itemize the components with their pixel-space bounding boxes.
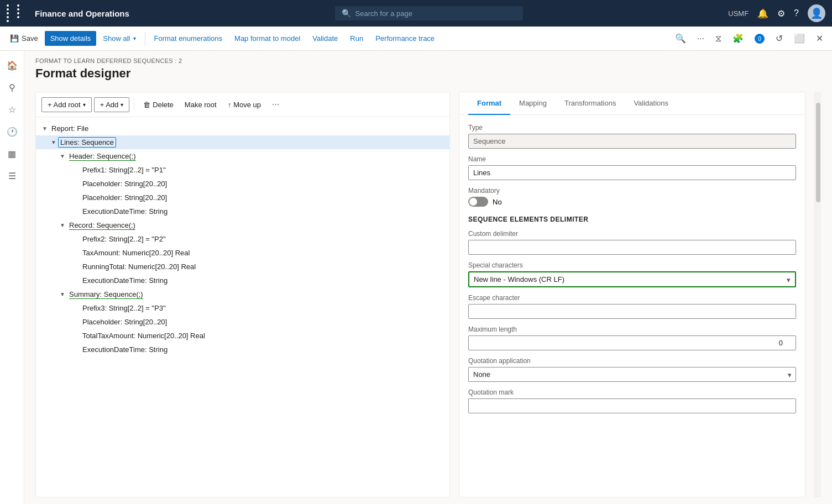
- tab-transformations[interactable]: Transformations: [556, 92, 625, 115]
- special-characters-label: Special characters: [468, 261, 796, 269]
- sidebar-list-icon[interactable]: ☰: [2, 166, 22, 186]
- toggle-knob: [469, 198, 477, 206]
- mandatory-toggle[interactable]: [468, 197, 488, 207]
- sidebar-home-icon[interactable]: 🏠: [2, 55, 22, 75]
- tree-item-summary[interactable]: ▼ Summary: Sequence(;): [36, 287, 449, 301]
- add-root-chevron-icon: ▾: [83, 102, 86, 108]
- search-input[interactable]: [355, 9, 516, 18]
- tree-toggle-record[interactable]: ▼: [58, 222, 67, 228]
- more-toolbar-btn[interactable]: ···: [693, 32, 709, 46]
- tree-item-report[interactable]: ▼ Report: File: [36, 122, 449, 135]
- section-delimiter-header: SEQUENCE ELEMENTS DELIMITER: [468, 216, 796, 223]
- type-label: Type: [468, 124, 796, 132]
- right-scrollbar[interactable]: [814, 92, 821, 497]
- show-details-button[interactable]: Show details: [45, 31, 97, 46]
- quotation-app-label: Quotation application: [468, 357, 796, 365]
- toolbar: 💾 Save Show details Show all ▾ Format en…: [0, 27, 832, 51]
- run-button[interactable]: Run: [344, 31, 369, 46]
- add-chevron-icon: ▾: [121, 102, 123, 108]
- tree-item-runningtotal[interactable]: ▶ RunningTotal: Numeric[20..20] Real: [36, 260, 449, 274]
- tree-item-execdt1[interactable]: ▶ ExecutionDateTime: String: [36, 204, 449, 218]
- help-icon[interactable]: ?: [794, 8, 799, 18]
- content-area: FORMAT TO LEARN DEFERRED SEQUENCES : 2 F…: [24, 51, 832, 504]
- tree-item-prefix3[interactable]: ▶ Prefix3: String[2..2] = "P3": [36, 301, 449, 315]
- mandatory-value: No: [493, 198, 502, 206]
- search-toolbar-icon[interactable]: 🔍: [671, 31, 690, 46]
- escape-char-input[interactable]: [468, 304, 796, 319]
- app-grid-icon[interactable]: [7, 4, 26, 22]
- format-enumerations-button[interactable]: Format enumerations: [149, 31, 228, 46]
- tree-item-totaltax[interactable]: ▶ TotalTaxAmount: Numeric[20..20] Real: [36, 329, 449, 343]
- tree-toolbar: + Add root ▾ + Add ▾ 🗑 Delete Make root: [36, 92, 449, 117]
- property-content: Type Name Mandatory No SEQUENCE ELEME: [459, 115, 805, 497]
- sidebar-star-icon[interactable]: ☆: [2, 99, 22, 119]
- special-characters-wrapper: New line - Windows (CR LF) New line - Un…: [468, 271, 796, 287]
- delete-icon: 🗑: [143, 101, 150, 109]
- breadcrumb: FORMAT TO LEARN DEFERRED SEQUENCES : 2: [35, 57, 821, 64]
- tree-toggle-header[interactable]: ▼: [58, 153, 67, 159]
- tree-item-placeholder2[interactable]: ▶ Placeholder: String[20..20]: [36, 191, 449, 204]
- quotation-app-select[interactable]: None Always When required: [468, 367, 796, 382]
- type-input[interactable]: [468, 134, 796, 149]
- quotation-mark-input[interactable]: [468, 398, 796, 413]
- tree-toggle-summary[interactable]: ▼: [58, 291, 67, 297]
- map-format-to-model-button[interactable]: Map format to model: [229, 31, 306, 46]
- tree-item-prefix1[interactable]: ▶ Prefix1: String[2..2] = "P1": [36, 163, 449, 177]
- add-root-button[interactable]: + Add root ▾: [41, 97, 92, 112]
- tree-toggle-lines[interactable]: ▼: [49, 139, 58, 145]
- max-length-input[interactable]: [468, 335, 796, 350]
- tree-item-placeholder3[interactable]: ▶ Placeholder: String[20..20]: [36, 315, 449, 329]
- show-all-chevron-icon: ▾: [133, 35, 136, 41]
- connect-icon[interactable]: ⧖: [711, 32, 726, 46]
- notification-icon[interactable]: 🔔: [757, 8, 768, 19]
- mandatory-toggle-row: No: [468, 197, 796, 207]
- custom-delimiter-input[interactable]: [468, 240, 796, 255]
- plugin-icon[interactable]: 🧩: [728, 31, 748, 46]
- name-input[interactable]: [468, 165, 796, 180]
- tree-panel: + Add root ▾ + Add ▾ 🗑 Delete Make root: [35, 92, 450, 497]
- tab-format[interactable]: Format: [468, 92, 510, 115]
- tab-mapping[interactable]: Mapping: [510, 92, 556, 115]
- delete-button[interactable]: 🗑 Delete: [139, 98, 178, 112]
- tree-toggle-report[interactable]: ▼: [40, 125, 49, 132]
- tree-content: ▼ Report: File ▼ Lines: Sequence ▼ Heade…: [36, 117, 449, 497]
- sidebar-filter-icon[interactable]: ⚲: [2, 77, 22, 97]
- tree-item-prefix2[interactable]: ▶ Prefix2: String[2..2] = "P2": [36, 232, 449, 246]
- tab-validations[interactable]: Validations: [625, 92, 677, 115]
- settings-icon[interactable]: ⚙: [777, 8, 785, 19]
- user-avatar[interactable]: 👤: [808, 4, 825, 22]
- validate-button[interactable]: Validate: [307, 31, 343, 46]
- close-icon[interactable]: ✕: [812, 31, 828, 46]
- add-button[interactable]: + Add ▾: [94, 97, 130, 112]
- property-tabs: Format Mapping Transformations Validatio…: [459, 92, 805, 115]
- tree-item-placeholder1[interactable]: ▶ Placeholder: String[20..20]: [36, 177, 449, 191]
- global-search[interactable]: 🔍: [335, 6, 523, 20]
- tree-item-record[interactable]: ▼ Record: Sequence(;): [36, 218, 449, 232]
- performance-trace-button[interactable]: Performance trace: [370, 31, 440, 46]
- show-all-button[interactable]: Show all ▾: [97, 31, 141, 46]
- save-button[interactable]: 💾 Save: [4, 31, 44, 46]
- name-label: Name: [468, 155, 796, 163]
- page-title: Format designer: [35, 66, 821, 81]
- escape-char-label: Escape character: [468, 294, 796, 302]
- app-title: Finance and Operations: [35, 9, 129, 18]
- top-nav: Finance and Operations 🔍 USMF 🔔 ⚙ ? 👤: [0, 0, 832, 27]
- tree-item-lines[interactable]: ▼ Lines: Sequence: [36, 135, 449, 149]
- tree-item-header[interactable]: ▼ Header: Sequence(;): [36, 149, 449, 163]
- sidebar-grid-icon[interactable]: ▦: [2, 144, 22, 164]
- sidebar-clock-icon[interactable]: 🕐: [2, 122, 22, 141]
- custom-delimiter-label: Custom delimiter: [468, 230, 796, 238]
- quotation-mark-label: Quotation mark: [468, 389, 796, 396]
- special-characters-select[interactable]: New line - Windows (CR LF) New line - Un…: [469, 272, 795, 286]
- tree-item-taxamount[interactable]: ▶ TaxAmount: Numeric[20..20] Real: [36, 246, 449, 260]
- top-nav-right: USMF 🔔 ⚙ ? 👤: [728, 4, 825, 22]
- move-up-button[interactable]: ↑ Move up: [223, 98, 265, 112]
- refresh-icon[interactable]: ↺: [771, 31, 787, 46]
- tree-item-execdt3[interactable]: ▶ ExecutionDateTime: String: [36, 343, 449, 356]
- make-root-button[interactable]: Make root: [180, 98, 221, 112]
- tree-more-button[interactable]: ···: [268, 97, 284, 112]
- sidebar-icons: 🏠 ⚲ ☆ 🕐 ▦ ☰: [0, 51, 24, 504]
- tree-item-execdt2[interactable]: ▶ ExecutionDateTime: String: [36, 274, 449, 287]
- badge-btn[interactable]: 0: [750, 31, 769, 46]
- open-new-icon[interactable]: ⬜: [789, 31, 809, 46]
